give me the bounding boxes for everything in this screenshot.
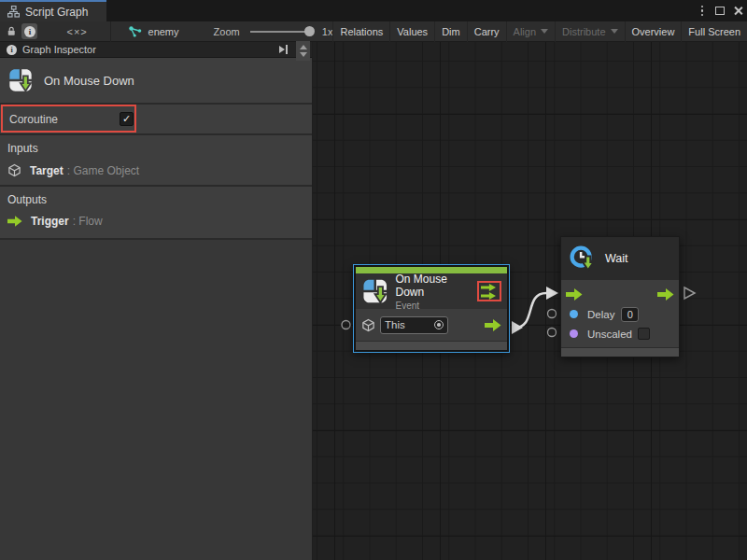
delay-input-port[interactable]	[548, 310, 557, 318]
coroutine-indicator-annotation	[477, 281, 501, 301]
toolbar-button-group: Relations Values Dim Carry Align Distrib…	[332, 21, 747, 42]
code-view-icon[interactable]: <×>	[66, 26, 87, 37]
toolbar-separator	[110, 21, 111, 42]
unit-title: On Mouse Down	[44, 74, 134, 88]
wait-flow-input-port[interactable]	[546, 287, 558, 300]
coroutine-arrow-icon	[481, 292, 496, 300]
unscaled-label: Unscaled	[587, 329, 632, 340]
window-menu-icon[interactable]	[698, 4, 708, 19]
inspector-empty-area	[0, 240, 312, 560]
overview-button[interactable]: Overview	[625, 21, 682, 42]
maximize-icon[interactable]	[715, 7, 725, 15]
object-picker-icon[interactable]	[434, 320, 444, 329]
input-row-target: Target : Game Object	[7, 163, 312, 177]
float-port-dot-icon[interactable]	[570, 310, 578, 318]
wait-node-body: Delay 0 Unscaled	[561, 280, 679, 347]
relations-button[interactable]: Relations	[332, 21, 389, 42]
inspected-unit-header: On Mouse Down	[0, 58, 312, 103]
output-type: : Flow	[73, 215, 103, 228]
unscaled-input-port[interactable]	[548, 329, 557, 337]
unscaled-checkbox[interactable]	[638, 328, 650, 340]
graph-inspector-toggle-button[interactable]: i	[21, 23, 37, 39]
target-object-value: This	[385, 319, 434, 330]
close-icon[interactable]	[733, 6, 743, 16]
coroutine-row: Coroutine ✓	[0, 105, 312, 133]
unscaled-row: Unscaled	[561, 324, 679, 343]
input-type: : Game Object	[67, 164, 139, 177]
arrow-down-icon[interactable]	[300, 52, 307, 57]
input-name: Target	[30, 164, 63, 177]
event-node-header[interactable]: On Mouse Down Event	[356, 273, 507, 309]
wait-node-title: Wait	[605, 252, 628, 265]
graph-inspector-title: Graph Inspector	[22, 44, 96, 55]
wait-clock-icon	[569, 245, 597, 273]
event-node-footer	[356, 341, 507, 350]
event-node-on-mouse-down[interactable]: On Mouse Down Event This	[353, 264, 510, 353]
coroutine-arrow-icon	[481, 284, 496, 291]
wait-node-header[interactable]: Wait	[561, 237, 679, 280]
arrow-up-icon[interactable]	[300, 45, 307, 49]
graph-canvas[interactable]: On Mouse Down Event This	[313, 42, 747, 560]
dock-panel-icon[interactable]	[279, 45, 289, 54]
info-icon: i	[7, 45, 17, 55]
dim-button[interactable]: Dim	[434, 21, 467, 42]
coroutine-checkbox[interactable]: ✓	[120, 112, 134, 126]
mouse-down-icon	[361, 277, 388, 305]
output-name: Trigger	[31, 215, 69, 228]
tab-script-graph[interactable]: Script Graph	[0, 0, 106, 21]
script-graph-icon	[7, 6, 20, 18]
inputs-header: Inputs	[7, 142, 312, 155]
graph-toolbar: i <×> enemy Zoom 1x Relations Values Dim…	[0, 21, 747, 42]
event-node-title: On Mouse Down	[395, 273, 477, 299]
chevron-down-icon	[611, 29, 618, 34]
flow-arrow-icon	[7, 216, 22, 227]
flow-in-arrow-icon[interactable]	[566, 288, 583, 301]
trigger-flow-arrow-icon[interactable]	[485, 319, 501, 331]
outputs-section: Outputs Trigger : Flow	[0, 187, 312, 238]
event-node-left-port[interactable]	[342, 321, 350, 329]
full-screen-button[interactable]: Full Screen	[681, 21, 747, 42]
chevron-down-icon	[541, 29, 548, 34]
tab-label: Script Graph	[25, 6, 88, 19]
info-icon: i	[24, 26, 35, 37]
lock-icon[interactable]	[7, 25, 15, 37]
delay-value-field[interactable]: 0	[621, 307, 639, 322]
flow-out-arrow-icon[interactable]	[657, 288, 674, 301]
inputs-section: Inputs Target : Game Object	[0, 135, 312, 185]
graph-asset-icon	[129, 26, 142, 37]
bool-port-dot-icon[interactable]	[570, 329, 578, 338]
coroutine-label: Coroutine	[9, 113, 58, 126]
zoom-label: Zoom	[214, 26, 240, 37]
zoom-slider-knob[interactable]	[304, 26, 315, 36]
unity-visual-scripting-window: Script Graph i <×> enemy Zoom	[0, 0, 747, 560]
game-object-cube-icon	[7, 163, 21, 177]
delay-label: Delay	[587, 309, 614, 320]
zoom-slider-track[interactable]	[250, 31, 313, 33]
graph-name: enemy	[148, 26, 179, 37]
panel-width-stepper[interactable]	[296, 41, 310, 61]
distribute-dropdown[interactable]: Distribute	[555, 21, 624, 42]
carry-button[interactable]: Carry	[467, 21, 506, 42]
graph-breadcrumb[interactable]: enemy	[129, 26, 179, 37]
graph-inspector-panel: i Graph Inspector On Mouse Down Coroutin…	[0, 42, 313, 560]
target-object-field[interactable]: This	[380, 316, 448, 334]
title-bar: Script Graph	[0, 0, 747, 21]
values-button[interactable]: Values	[389, 21, 434, 42]
graph-inspector-header: i Graph Inspector	[0, 42, 312, 58]
flow-connection[interactable]	[514, 293, 546, 328]
zoom-value: 1x	[322, 26, 333, 37]
wait-node[interactable]: Wait Delay 0 Unscaled	[560, 236, 680, 357]
wait-flow-output-port[interactable]	[684, 287, 695, 299]
event-node-subtitle: Event	[395, 301, 477, 311]
event-node-body: This	[356, 309, 507, 341]
zoom-slider[interactable]	[250, 26, 313, 37]
delay-row: Delay 0	[561, 304, 679, 324]
align-dropdown[interactable]: Align	[506, 21, 555, 42]
wait-flow-row	[561, 284, 679, 304]
wait-node-footer	[561, 347, 679, 357]
output-row-trigger: Trigger : Flow	[7, 215, 312, 228]
game-object-cube-icon	[361, 318, 375, 332]
outputs-header: Outputs	[7, 193, 312, 206]
mouse-down-icon	[7, 67, 34, 93]
